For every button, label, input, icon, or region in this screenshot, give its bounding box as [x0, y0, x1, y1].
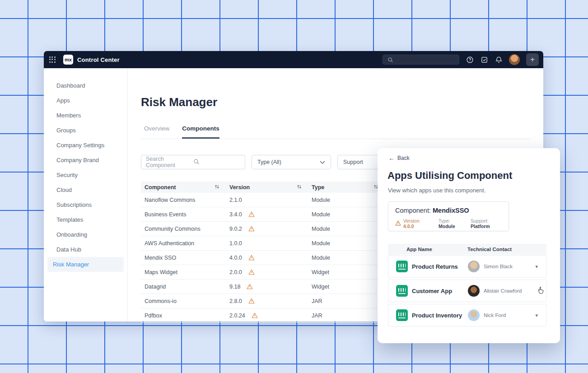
- app-name: Product Returns: [412, 263, 468, 270]
- component-cell: Commons-io: [141, 298, 226, 304]
- version-value: 2.1.0: [229, 197, 242, 203]
- version-value: 9.18: [229, 284, 240, 290]
- component-cell: Datagrid: [141, 284, 226, 290]
- sidebar-item-groups[interactable]: Groups: [47, 123, 124, 138]
- sort-icon[interactable]: [215, 184, 219, 191]
- app-name: Customer App: [412, 288, 468, 294]
- user-avatar[interactable]: [509, 54, 520, 65]
- version-value: 3.4.0: [229, 211, 242, 218]
- component-cell: AWS Authentication: [141, 240, 226, 247]
- component-cell: Pdfbox: [141, 312, 226, 319]
- version-cell: 4.0.0: [226, 255, 308, 261]
- component-type: Type: Module: [439, 218, 462, 229]
- version-cell: 9.18: [226, 284, 308, 290]
- app-name: Product Inventory: [412, 312, 468, 319]
- version-value: 1.0.0: [229, 240, 242, 247]
- contact-name: Simon Black: [484, 264, 535, 269]
- help-icon[interactable]: [466, 56, 474, 64]
- global-search-input[interactable]: [383, 55, 459, 65]
- type-cell: Module: [308, 240, 385, 247]
- notifications-bell-icon[interactable]: [495, 56, 503, 64]
- component-cell: Mendix SSO: [141, 255, 226, 261]
- back-button[interactable]: ← Back: [388, 154, 410, 162]
- version-cell: 3.4.0: [226, 211, 308, 218]
- component-cell: Maps Widget: [141, 269, 226, 275]
- type-cell: Widget: [308, 284, 385, 290]
- version-cell: 1.0.0: [226, 240, 308, 247]
- expand-caret-icon[interactable]: ▾: [535, 264, 538, 270]
- sidebar-item-company-settings[interactable]: Company Settings: [47, 138, 124, 153]
- panel-subtitle: View which apps use this component.: [388, 187, 486, 194]
- mouse-pointer-cursor: [537, 286, 544, 296]
- add-new-button[interactable]: +: [526, 53, 539, 66]
- sidebar-item-members[interactable]: Members: [47, 108, 124, 123]
- sidebar-item-data-hub[interactable]: Data Hub: [47, 242, 124, 257]
- tasks-icon[interactable]: [480, 56, 488, 64]
- version-cell: 9.0.2: [226, 226, 308, 232]
- column-technical-contact: Technical Contact: [467, 247, 512, 252]
- version-value: 2.0.24: [229, 312, 245, 319]
- apps-table-header: App Name Technical Contact: [388, 244, 546, 255]
- sidebar-item-onboarding[interactable]: Onboarding: [47, 227, 124, 242]
- column-header-component[interactable]: Component: [141, 184, 226, 191]
- sidebar-item-risk-manager[interactable]: Risk Manager: [47, 257, 124, 272]
- version-value: 2.0.0: [229, 269, 242, 275]
- apps-utilising-panel: ← Back Apps Utilising Component View whi…: [378, 148, 560, 343]
- app-logo-icon: [396, 261, 408, 272]
- contact-avatar: [468, 285, 480, 297]
- version-cell: 2.0.24: [226, 312, 308, 319]
- tab-components[interactable]: Components: [182, 125, 219, 139]
- component-support: Support: Platform: [471, 218, 502, 229]
- column-app-name: App Name: [388, 247, 467, 252]
- panel-title: Apps Utilising Component: [387, 170, 512, 182]
- sidebar-nav: DashboardAppsMembersGroupsCompany Settin…: [44, 68, 128, 322]
- tabs-divider: [141, 139, 530, 139]
- app-row[interactable]: Customer AppAlistair Crawford: [388, 280, 546, 302]
- page-title: Risk Manager: [141, 95, 217, 109]
- warning-icon: [248, 255, 255, 261]
- sidebar-item-company-brand[interactable]: Company Brand: [47, 153, 124, 168]
- component-cell: Business Events: [141, 211, 226, 218]
- version-cell: 2.0.0: [226, 269, 308, 275]
- type-cell: Module: [308, 197, 385, 203]
- component-version: Version: 4.0.0: [403, 218, 427, 229]
- sidebar-item-templates[interactable]: Templates: [47, 212, 124, 227]
- sidebar-item-subscriptions[interactable]: Subscriptions: [47, 197, 124, 212]
- sort-icon[interactable]: [297, 184, 302, 191]
- expand-caret-icon[interactable]: ▾: [535, 312, 538, 318]
- version-cell: 2.1.0: [226, 197, 308, 203]
- component-cell: Community Commons: [141, 226, 226, 232]
- sidebar-item-dashboard[interactable]: Dashboard: [47, 78, 124, 93]
- column-label: Version: [229, 184, 250, 191]
- sidebar-item-apps[interactable]: Apps: [47, 93, 124, 108]
- tab-overview[interactable]: Overview: [144, 125, 169, 139]
- type-filter-dropdown[interactable]: Type (All): [252, 155, 331, 169]
- apps-table-body: Product ReturnsSimon Black▾Customer AppA…: [388, 255, 546, 328]
- warning-icon: [248, 269, 255, 275]
- warning-icon: [248, 298, 255, 304]
- top-navbar: mx Control Center: [44, 51, 543, 68]
- column-header-type[interactable]: Type: [308, 184, 385, 191]
- search-icon: [386, 56, 394, 64]
- warning-icon: [395, 220, 401, 227]
- sidebar-item-cloud[interactable]: Cloud: [47, 182, 124, 197]
- app-logo-icon: [396, 285, 408, 297]
- type-cell: Module: [308, 226, 385, 232]
- sidebar-item-security[interactable]: Security: [47, 168, 124, 182]
- type-cell: Module: [308, 255, 385, 261]
- contact-name: Nick Ford: [484, 312, 535, 318]
- warning-icon: [248, 226, 255, 232]
- app-switcher-icon[interactable]: [49, 56, 56, 63]
- app-row[interactable]: Product ReturnsSimon Black▾: [388, 255, 546, 278]
- version-value: 4.0.0: [229, 255, 242, 261]
- mx-logo[interactable]: mx: [63, 55, 73, 65]
- component-cell: Nanoflow Commons: [141, 197, 226, 203]
- search-component-input[interactable]: Search Component: [141, 155, 245, 169]
- app-row[interactable]: Product InventoryNick Ford▾: [388, 304, 546, 326]
- column-header-version[interactable]: Version: [226, 184, 308, 191]
- warning-icon: [252, 312, 258, 318]
- chevron-down-icon: [320, 159, 325, 165]
- warning-icon: [247, 284, 253, 289]
- back-arrow-icon: ←: [388, 154, 395, 162]
- type-cell: JAR: [308, 312, 385, 319]
